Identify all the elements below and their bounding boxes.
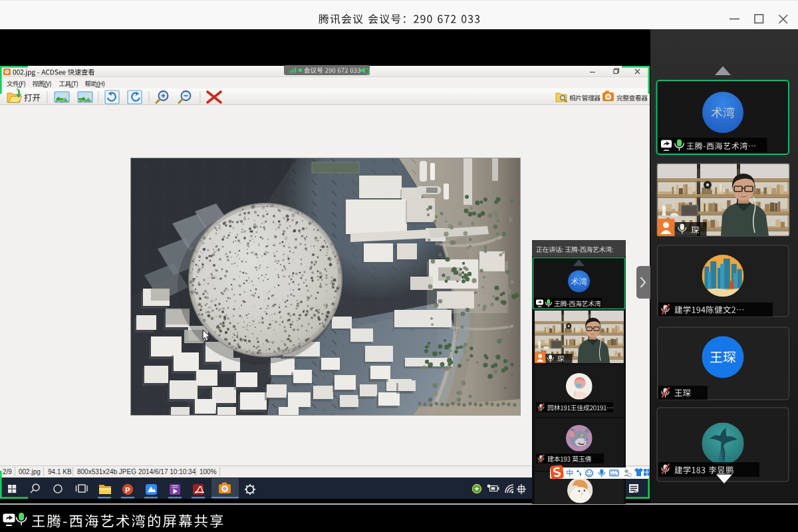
svg-text:P: P bbox=[125, 486, 130, 494]
svg-text:2014/6/17 10:10:34: 2014/6/17 10:10:34 bbox=[138, 468, 196, 475]
svg-text:94.1 KB: 94.1 KB bbox=[48, 468, 72, 475]
svg-text:100%: 100% bbox=[200, 468, 217, 475]
svg-text:800x531x24b JPEG: 800x531x24b JPEG bbox=[77, 468, 136, 475]
svg-text:002.jpg: 002.jpg bbox=[19, 468, 41, 475]
svg-text:2/9: 2/9 bbox=[3, 468, 12, 475]
